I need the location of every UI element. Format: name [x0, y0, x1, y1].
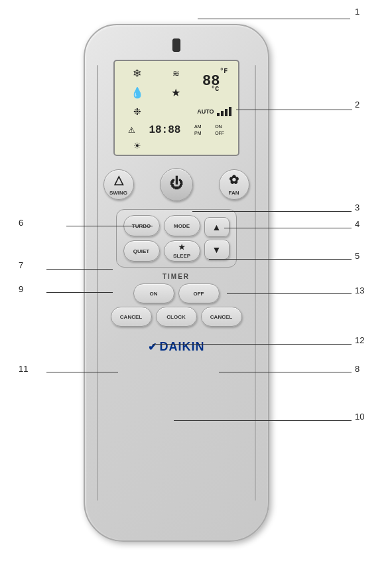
cancel-clock-row: CANCEL CLOCK CANCEL — [111, 307, 242, 327]
clock-label: CLOCK — [166, 314, 185, 320]
lcd-auto-label: AUTO — [197, 108, 214, 115]
timer-on-label: ON — [150, 291, 158, 297]
lcd-icon-fan: ❉ — [119, 103, 157, 121]
sleep-icon: ★ — [178, 243, 185, 252]
callout-line-5 — [209, 259, 352, 260]
timer-on-off-row: ON OFF — [133, 283, 220, 303]
lcd-onoff-block: ON OFF — [215, 123, 224, 137]
callout-line-3 — [192, 211, 352, 212]
callout-3: 3 — [355, 202, 359, 212]
fan-label: FAN — [229, 190, 239, 196]
lcd-time: 18:88 — [149, 124, 180, 136]
daikin-check-icon: ✔ — [148, 341, 157, 353]
swing-button[interactable]: △ SWING — [103, 169, 134, 200]
page-container: ❄ ≋ 88 °F °C 💧 ★ ❉ AUTO — [0, 0, 392, 565]
fan-bars — [217, 107, 231, 116]
timer-off-label: OFF — [194, 291, 204, 297]
remote-body: ❄ ≋ 88 °F °C 💧 ★ ❉ AUTO — [84, 24, 269, 542]
lcd-unit-f: °F — [220, 68, 228, 75]
up-button[interactable]: ▲ — [204, 217, 229, 237]
lcd-icon-snowflake: ❄ — [119, 65, 157, 83]
swing-icon: △ — [114, 173, 123, 187]
sleep-label: SLEEP — [173, 253, 190, 259]
callout-line-7 — [46, 269, 113, 270]
callout-11: 11 — [19, 364, 28, 374]
callout-line-13 — [227, 293, 352, 294]
callout-2: 2 — [355, 100, 359, 110]
callout-line-10 — [174, 420, 352, 421]
cancel-right-button[interactable]: CANCEL — [201, 307, 242, 327]
callout-4: 4 — [355, 219, 359, 229]
power-icon: ⏻ — [170, 176, 183, 191]
timer-off-button[interactable]: OFF — [178, 283, 220, 303]
quiet-label: QUIET — [133, 248, 149, 254]
up-arrow-icon: ▲ — [212, 222, 222, 232]
timer-section: TIMER ON OFF CANCEL CLOCK — [103, 273, 249, 327]
lcd-unit-c: °C — [211, 86, 219, 93]
lcd-ampm-block: AM PM — [194, 123, 202, 137]
callout-line-8 — [219, 372, 352, 372]
top-button-row: △ SWING ⏻ ✿ FAN — [103, 168, 249, 201]
lcd-warning-icon: ⚠ — [128, 125, 135, 135]
lcd-auto-mode: AUTO — [157, 103, 233, 121]
swing-label: SWING — [109, 190, 127, 196]
lcd-am: AM — [194, 123, 202, 130]
daikin-brand-name: DAIKIN — [160, 340, 205, 354]
down-arrow-icon: ▼ — [212, 244, 222, 255]
lcd-pm: PM — [194, 130, 202, 137]
callout-line-1 — [198, 19, 350, 19]
timer-label: TIMER — [163, 273, 190, 280]
lcd-time-row: ⚠ 18:88 AM PM ON OFF — [119, 121, 234, 139]
callout-line-12 — [153, 344, 352, 345]
power-button[interactable]: ⏻ — [160, 168, 193, 201]
lcd-screen: ❄ ≋ 88 °F °C 💧 ★ ❉ AUTO — [113, 60, 239, 156]
timer-on-button[interactable]: ON — [133, 283, 174, 303]
callout-9: 9 — [19, 284, 23, 294]
callout-5: 5 — [355, 251, 359, 261]
callout-13: 13 — [355, 285, 364, 295]
quiet-button[interactable]: QUIET — [123, 240, 160, 262]
fan-button[interactable]: ✿ FAN — [219, 169, 249, 200]
cancel-left-button[interactable]: CANCEL — [111, 307, 152, 327]
lcd-temperature: 88 °F °C — [196, 65, 234, 102]
callout-1: 1 — [355, 7, 359, 17]
cancel-right-label: CANCEL — [210, 314, 232, 320]
callout-12: 12 — [355, 335, 364, 345]
lcd-on: ON — [215, 123, 224, 130]
lcd-icon-sun: ☀ — [119, 141, 157, 151]
clock-button[interactable]: CLOCK — [156, 307, 197, 327]
lcd-icon-wind: ≋ — [157, 65, 195, 83]
callout-10: 10 — [355, 412, 364, 422]
callout-8: 8 — [355, 364, 359, 374]
sleep-button[interactable]: ★ SLEEP — [164, 240, 200, 262]
cancel-left-label: CANCEL — [120, 314, 142, 320]
lcd-icon-star: ★ — [157, 84, 195, 102]
callout-line-4 — [224, 228, 352, 228]
arrow-column: ▲ ▼ — [204, 215, 229, 262]
callout-6: 6 — [19, 218, 23, 228]
callout-line-11 — [46, 372, 118, 372]
buttons-section: △ SWING ⏻ ✿ FAN TURBO MODE — [95, 168, 258, 354]
mode-label: MODE — [174, 223, 190, 229]
fan-icon: ✿ — [229, 173, 239, 187]
lcd-off: OFF — [215, 130, 224, 137]
callout-line-6 — [66, 226, 153, 226]
callout-line-2 — [236, 110, 352, 110]
ir-emitter — [172, 39, 180, 52]
mode-button[interactable]: MODE — [164, 215, 200, 236]
callout-7: 7 — [19, 260, 23, 270]
lcd-icon-drop: 💧 — [119, 84, 157, 102]
callout-line-9 — [46, 292, 113, 293]
daikin-logo: ✔ DAIKIN — [148, 340, 205, 354]
down-button[interactable]: ▼ — [204, 240, 229, 260]
